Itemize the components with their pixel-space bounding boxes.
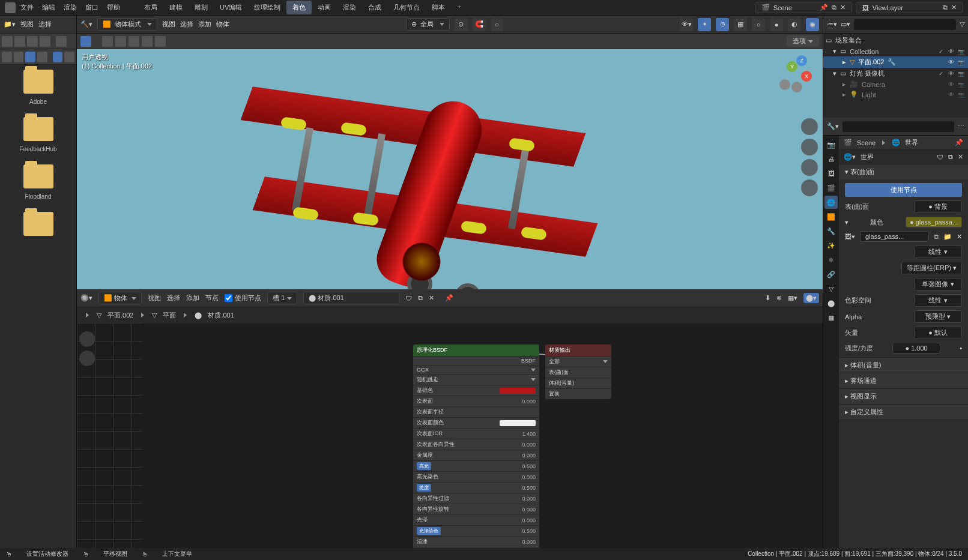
editor-type-icon[interactable]: ≔▾ — [827, 20, 837, 28]
node-material-output[interactable]: 材质输出 全部 表(曲)面 体积(音量) 置换 — [545, 345, 611, 399]
close-icon[interactable]: ✕ — [958, 153, 963, 161]
bread-object[interactable]: 平面.002 — [107, 311, 133, 320]
folder-item[interactable] — [5, 212, 71, 241]
backdrop-icon[interactable]: ▦▾ — [788, 294, 797, 302]
axis-neg[interactable] — [791, 82, 802, 92]
tab-material-icon[interactable]: ⬤ — [824, 297, 838, 310]
filter-icon[interactable] — [53, 52, 63, 62]
tab-geonodes[interactable]: 几何节点 — [387, 1, 426, 14]
panel-header[interactable]: ▸ 视图显示 — [839, 389, 968, 404]
outliner-light[interactable]: ▸💡 Light — [823, 89, 968, 100]
nav-gizmo[interactable]: X Y Z — [778, 55, 812, 89]
shading-solid-icon[interactable]: ● — [770, 18, 783, 31]
socket-value[interactable]: 1.400 — [522, 431, 536, 437]
gizmo-icon[interactable]: ✦ — [698, 18, 711, 31]
shield-icon[interactable]: 🛡 — [937, 154, 943, 161]
node-socket-row[interactable]: 次表面各向异性0.000 — [413, 439, 539, 450]
select-circle-icon[interactable] — [115, 36, 126, 47]
options-icon[interactable]: ⋯ — [958, 122, 964, 130]
expand-row[interactable]: ▾ 颜色 ● glass_passa... — [845, 217, 962, 227]
color-swatch[interactable] — [500, 420, 536, 426]
shield-icon[interactable]: 🛡 — [405, 295, 412, 302]
pin-icon[interactable]: 📌 — [820, 4, 828, 11]
outliner-collection[interactable]: ▾▭ 灯光 摄像机 — [823, 68, 968, 79]
axis-y[interactable]: Y — [787, 61, 797, 72]
node-socket-row[interactable]: 金属度0.000 — [413, 450, 539, 460]
axis-z[interactable]: Z — [796, 55, 807, 66]
node-title[interactable]: 材质输出 — [545, 345, 611, 356]
select-tweak-icon[interactable] — [142, 36, 153, 47]
alpha-select[interactable]: 预乘型 ▾ — [914, 310, 962, 323]
vector-value[interactable]: ● 默认 — [914, 327, 962, 339]
tab-viewlayer-icon[interactable]: 🖼 — [824, 167, 838, 180]
nav-up-icon[interactable] — [27, 36, 38, 47]
tab-texture-icon[interactable]: ▦ — [824, 311, 838, 324]
node-canvas[interactable]: 原理化BSDF BSDF GGX 随机跳走 基础色次表面0.000次表面半径次表… — [137, 323, 823, 548]
outliner-object-active[interactable]: ▸▽ 平面.002 🔧 — [823, 56, 968, 68]
use-nodes-input[interactable] — [225, 294, 232, 302]
zoom-icon[interactable] — [801, 118, 818, 135]
target-select[interactable]: 全部 — [549, 358, 560, 366]
node-socket-row[interactable]: 光泽0.000 — [413, 514, 539, 525]
socket-value[interactable]: 0.500 — [522, 485, 536, 491]
strength-input[interactable]: ● 1.000 — [892, 343, 940, 354]
distribution-select[interactable]: GGX — [417, 367, 429, 373]
gear-icon[interactable] — [64, 52, 74, 62]
zoom-icon[interactable] — [79, 331, 95, 347]
pan-icon[interactable] — [801, 139, 818, 155]
socket-volume[interactable]: 体积(音量) — [549, 379, 574, 387]
shading-matprev-icon[interactable]: ◐ — [788, 18, 801, 31]
menu-file[interactable]: 文件 — [20, 3, 34, 12]
overlay-icon[interactable]: ⊚ — [776, 294, 782, 302]
select-box-icon[interactable] — [102, 36, 113, 47]
colorspace-select[interactable]: 线性 ▾ — [914, 294, 962, 307]
tab-layout[interactable]: 布局 — [138, 1, 163, 14]
nav-back-icon[interactable] — [2, 36, 13, 47]
socket-value[interactable]: 0.000 — [522, 517, 536, 523]
menu-window[interactable]: 窗口 — [85, 3, 98, 12]
node-node-menu[interactable]: 节点 — [205, 294, 219, 303]
object-menu[interactable]: 物体 — [216, 20, 229, 29]
select-lasso-icon[interactable] — [129, 36, 139, 47]
socket-value[interactable]: 0.500 — [522, 528, 536, 534]
visibility-icon[interactable]: 👁▾ — [680, 18, 693, 31]
image-icon[interactable]: 🖼▾ — [845, 233, 855, 241]
proportional-icon[interactable]: ○ — [491, 18, 504, 31]
socket-displacement[interactable]: 置换 — [549, 390, 560, 398]
tab-texpaint[interactable]: 纹理绘制 — [248, 1, 286, 14]
node-view-menu[interactable]: 视图 — [148, 294, 161, 303]
tab-scripting[interactable]: 脚本 — [426, 1, 451, 14]
color-swatch[interactable] — [500, 388, 536, 394]
node-socket-row[interactable]: 高光0.500 — [413, 460, 539, 471]
folder-item[interactable]: Floodland — [5, 164, 71, 200]
socket-surface[interactable]: 表(曲)面 — [549, 369, 569, 376]
node-socket-row[interactable]: 次表面IOR1.400 — [413, 428, 539, 439]
projection-select[interactable]: 等距圆柱(ERP) ▾ — [901, 262, 962, 274]
pin-icon[interactable]: 📌 — [445, 294, 453, 302]
outliner-collection[interactable]: ▾▭ Collection — [823, 46, 968, 56]
tab-sculpt[interactable]: 雕刻 — [189, 1, 214, 14]
node-socket-row[interactable]: 各向异性旋转0.000 — [413, 504, 539, 514]
menu-edit[interactable]: 编辑 — [42, 3, 55, 12]
thumb-icon[interactable] — [25, 52, 35, 62]
node-socket-row[interactable]: 高光染色0.000 — [413, 471, 539, 482]
open-icon[interactable]: 📁 — [943, 233, 952, 241]
modifier-icon[interactable]: 🔧 — [888, 58, 896, 66]
scene-selector[interactable]: 🎬 Scene 📌 ⧉ ✕ — [755, 2, 852, 13]
node-title[interactable]: 原理化BSDF — [413, 345, 539, 356]
view-menu[interactable]: 视图 — [162, 20, 175, 29]
socket-value[interactable]: 0.000 — [522, 399, 536, 405]
list-icon[interactable] — [14, 52, 24, 62]
folder-icon[interactable]: 📁▾ — [4, 20, 16, 28]
properties-search-input[interactable] — [842, 121, 954, 132]
shading-rendered-icon[interactable]: ◉ — [806, 18, 819, 31]
bread-mesh[interactable]: 平面 — [163, 311, 176, 320]
socket-value[interactable]: 0.500 — [522, 463, 536, 469]
node-preview-icon[interactable]: ⬤▾ — [803, 293, 819, 303]
node-socket-row[interactable]: 次表面颜色 — [413, 417, 539, 428]
nav-fwd-icon[interactable] — [14, 36, 25, 47]
material-selector[interactable]: ⬤ 材质.001 — [303, 292, 399, 304]
tab-output-icon[interactable]: 🖨 — [824, 152, 838, 166]
tab-compositing[interactable]: 合成 — [362, 1, 387, 14]
editor-type-icon[interactable]: 🔧▾ — [827, 122, 839, 130]
